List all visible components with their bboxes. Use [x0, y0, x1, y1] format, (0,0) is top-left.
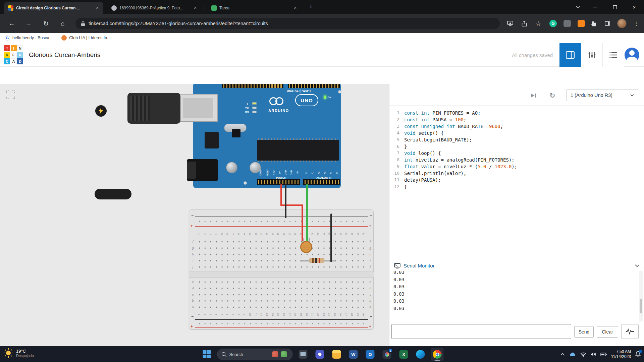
weather-description: Despejado [16, 354, 34, 358]
rail-holes[interactable] [197, 219, 367, 224]
grammarly-extension-icon[interactable]: G [549, 20, 557, 27]
digital-header-pins[interactable] [222, 84, 283, 88]
code-line: 1const int PIN_FOTORES = A0; [389, 110, 644, 116]
search-input[interactable] [229, 352, 270, 357]
code-editor[interactable]: 1const int PIN_FOTORES = A0;2const int P… [389, 106, 644, 260]
bookmark-item[interactable]: G hello bendy - Busca... [5, 35, 53, 41]
wifi-icon[interactable] [580, 352, 586, 357]
extensions-puzzle-icon[interactable] [590, 19, 598, 28]
resistor[interactable] [309, 258, 324, 263]
red-power-wire[interactable] [280, 184, 282, 206]
view-list-button[interactable] [602, 43, 624, 67]
new-tab-button[interactable]: + [307, 4, 315, 11]
tab-close-icon[interactable]: × [292, 5, 298, 11]
install-icon[interactable] [506, 19, 515, 28]
browser-menu-kebab-icon[interactable]: ⋮ [632, 19, 641, 28]
green-signal-wire[interactable] [306, 184, 308, 241]
taskbar-search[interactable] [217, 349, 293, 360]
tinkercad-logo[interactable]: TINKERCAD [4, 45, 23, 65]
serial-send-button[interactable]: Send [574, 326, 594, 338]
taskbar-app-excel[interactable]: X [397, 348, 410, 361]
circuit-canvas[interactable]: DIGITAL (PWM~) L TX RX ARDUINO UNO ON PO… [0, 84, 389, 346]
window-maximize-button[interactable] [607, 0, 623, 14]
taskbar-app-teams[interactable] [314, 348, 326, 361]
debug-icon[interactable] [529, 92, 537, 100]
zoom-to-fit-button[interactable] [5, 89, 17, 101]
breadboard[interactable]: − + − + 12345678910111213141516171819202… [189, 209, 374, 329]
analog-header-pins[interactable] [303, 179, 340, 185]
rail-minus-label: − [191, 314, 194, 318]
metamask-extension-icon[interactable] [578, 20, 585, 27]
tab-search-chevron-icon[interactable] [570, 0, 586, 14]
atmega-chip[interactable] [257, 140, 339, 161]
view-schematic-button[interactable] [581, 43, 602, 67]
home-icon[interactable]: ⌂ [58, 19, 67, 28]
tab-practica[interactable]: 1699900196369-PrÃ¡ctica 9. Foto... × [107, 2, 201, 14]
led-l [252, 102, 257, 105]
usb-plug[interactable] [179, 94, 218, 122]
code-line: 8int nivelLuz = analogRead(PIN_FOTORES); [389, 157, 644, 163]
usb-cable[interactable] [95, 189, 131, 199]
browser-navbar: ← → ↻ ⌂ tinkercad.com/things/gx7UMaY3Ze1… [0, 14, 644, 33]
serial-input[interactable] [391, 324, 571, 339]
red-power-wire[interactable] [302, 204, 303, 241]
taskbar-app-desktop-app[interactable] [297, 348, 310, 361]
tray-chevron-up-icon[interactable] [560, 353, 565, 356]
terminal-holes[interactable] [197, 239, 367, 270]
taskbar-app-file-explorer[interactable] [330, 348, 343, 361]
side-panel-icon[interactable] [603, 19, 612, 28]
tinkercad-profile-avatar[interactable] [625, 48, 639, 62]
taskbar-app-outlook[interactable]: O [364, 348, 377, 361]
tab-close-icon[interactable]: × [95, 5, 100, 11]
weather-widget[interactable]: 19°C Despejado [3, 348, 34, 358]
taskbar-app-edge[interactable] [414, 348, 427, 361]
battery-icon[interactable] [600, 353, 607, 356]
desktop-app-icon [299, 350, 308, 359]
digital-header-pins[interactable] [288, 84, 340, 88]
serial-monitor-header[interactable]: Serial Monitor [389, 260, 644, 271]
tab-close-icon[interactable]: × [193, 5, 198, 11]
collapse-chevron-icon[interactable] [635, 264, 639, 267]
history-icon[interactable]: ↻ [548, 92, 556, 100]
tab-circuit-design[interactable]: Circuit design Glorious Curcan-... × [4, 2, 103, 14]
analog-pin-labels: A0A1A2A3A4A5 [303, 167, 340, 179]
photoresistor[interactable] [300, 241, 312, 253]
terminal-holes[interactable] [197, 279, 367, 310]
black-jumper-wire[interactable] [330, 214, 332, 262]
serial-graph-button[interactable] [621, 324, 639, 339]
taskbar-app-word[interactable]: W [347, 348, 360, 361]
extension-icon[interactable] [564, 20, 571, 27]
url-bar[interactable]: tinkercad.com/things/gx7UMaY3Ze1-gloriou… [75, 18, 500, 29]
forward-icon[interactable]: → [24, 19, 33, 28]
volume-icon[interactable] [591, 352, 596, 357]
bookmark-star-icon[interactable]: ☆ [534, 19, 543, 28]
black-ground-wire[interactable] [285, 184, 286, 218]
reload-icon[interactable]: ↻ [42, 19, 50, 28]
usb-connector-body[interactable] [127, 93, 180, 124]
scrollbar-thumb[interactable] [640, 299, 642, 313]
serial-clear-button[interactable]: Clear [597, 326, 618, 338]
digital-label: DIGITAL (PWM~) [287, 89, 311, 93]
window-close-button[interactable]: × [627, 0, 642, 14]
view-components-button[interactable] [559, 43, 581, 67]
notification-center[interactable] [635, 351, 641, 358]
tab-tarea[interactable]: Tarea × [207, 2, 301, 14]
bookmark-item[interactable]: Club LIA | Líderes In... [61, 35, 110, 41]
code-line: 2const int PAUSA = 100; [389, 116, 644, 123]
onedrive-cloud-icon[interactable] [569, 352, 576, 357]
start-button[interactable] [201, 348, 213, 361]
taskbar-app-photos[interactable]: 1 [381, 348, 393, 361]
power-header-pins[interactable] [257, 179, 300, 185]
browser-profile-avatar[interactable] [617, 19, 627, 28]
window-minimize-button[interactable] [588, 0, 603, 14]
breadboard-row-letter: f [368, 239, 373, 245]
share-icon[interactable] [520, 19, 529, 28]
serial-scrollbar[interactable] [639, 271, 643, 321]
serial-monitor-output[interactable]: 0.030.030.030.030.030.03 [389, 271, 639, 321]
taskbar-app-chrome[interactable] [431, 348, 444, 361]
board-selector-dropdown[interactable]: 1 (Arduino Uno R3) [566, 89, 638, 101]
clock-widget[interactable]: 7:50 AM 11/14/2023 [611, 349, 631, 359]
red-power-wire[interactable] [280, 204, 303, 206]
back-icon[interactable]: ← [7, 19, 16, 28]
rail-holes[interactable] [197, 321, 367, 326]
